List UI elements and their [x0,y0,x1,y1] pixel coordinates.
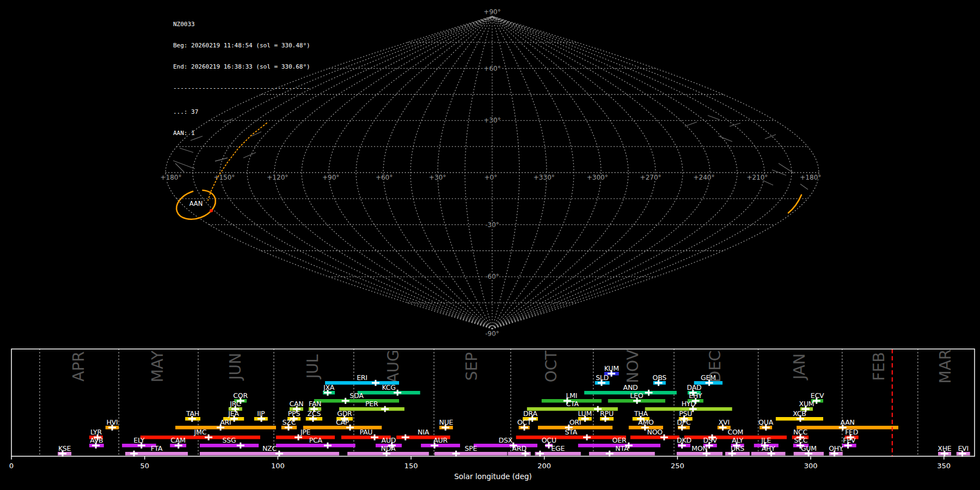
shower-label-KSE: KSE [58,444,71,452]
shower-label-SSG: SSG [223,436,236,444]
shower-label-AMO: AMO [638,418,654,426]
shower-label-AND: AND [623,383,638,391]
shower-label-STA: STA [565,428,578,436]
observation-end: End: 20260219 16:38:33 (sol = 330.68°) [173,63,310,70]
count-aan: AAN: 1 [173,130,310,137]
radiant-track [708,115,720,120]
longitude-label: +180° [161,174,182,181]
latitude-label: +60° [483,65,500,72]
shower-label-XVI: XVI [719,418,730,426]
month-label: JAN [791,353,808,381]
month-label: OCT [542,350,560,383]
shower-label-JMC: JMC [194,428,207,436]
latitude-label: +30° [483,117,500,124]
longitude-label: +300° [587,174,608,181]
shower-label-KCG: KCG [382,383,396,391]
shower-label-DPC: DPC [677,418,691,426]
latitude-label: +90° [483,8,500,16]
shower-label-DSX: DSX [499,436,513,444]
month-label: SEP [463,352,481,381]
shower-label-EGE: EGE [551,444,565,452]
radiant-track [685,122,697,126]
shower-label-DRA: DRA [523,409,537,418]
figure-canvas: +90°+60°+30°-30°-60°-90°+180°+150°+120°+… [0,0,980,490]
longitude-label: +150° [213,174,235,181]
shower-peak-cross-ERI [372,380,379,386]
aan-wrap-arc [788,195,801,213]
shower-bar-KCG [358,391,420,395]
observation-begin: Beg: 20260219 11:48:54 (sol = 330.48°) [173,42,310,49]
shower-peak-cross-SSG [237,443,244,449]
shower-label-XUM: XUM [799,400,814,408]
longitude-label: +120° [267,174,288,181]
shower-peak-cross-SDA [342,398,350,404]
shower-bar-SSG [200,444,259,448]
x-tick-label: 300 [804,462,818,470]
shower-bar-STA [516,436,626,439]
shower-label-GEM: GEM [701,373,716,382]
meteor-radiant-activity-figure: +90°+60°+30°-30°-60°-90°+180°+150°+120°+… [0,0,980,490]
grid-meridian [492,16,519,329]
shower-label-AHY: AHY [762,444,776,452]
month-label: JUN [226,353,244,381]
longitude-label: +90° [322,174,339,181]
shower-label-AUD: AUD [382,436,396,444]
shower-label-ELY: ELY [133,436,145,444]
shower-label-CTA: CTA [566,400,579,408]
shower-peak-cross-STA [583,434,591,440]
shower-label-DAD: DAD [687,383,702,391]
shower-peak-cross-AND [645,390,653,396]
month-label: FEB [870,352,888,381]
shower-label-PER: PER [365,400,378,408]
shower-bar-JMC [140,436,260,439]
shower-bar-SDA [314,399,399,403]
shower-label-SDA: SDA [350,391,364,400]
radiant-track [779,163,794,173]
latitude-label: -90° [485,330,499,338]
shower-label-FAN: FAN [309,400,321,408]
longitude-label: +30° [429,174,446,181]
shower-label-AUR: AUR [433,436,448,444]
shower-label-ECV: ECV [811,391,824,400]
radiant-track [719,136,732,142]
x-tick-label: 200 [537,462,551,470]
x-tick-label: 150 [405,462,418,470]
shower-label-CAP: CAP [336,418,350,426]
shower-label-NZC: NZC [262,444,277,452]
shower-bar-AUR [421,444,460,448]
shower-bar-NZC [200,452,339,456]
shower-label-OHY: OHY [829,444,843,452]
shower-label-NOO: NOO [647,428,663,436]
shower-label-NTA: NTA [615,444,629,452]
shower-bar-SPE [434,452,507,456]
x-tick-label: 350 [937,462,951,470]
shower-bar-MON [677,452,722,456]
month-label: MAR [936,350,954,384]
x-tick-label: 50 [140,462,149,470]
month-label: NOV [624,350,642,383]
aan-radiant-label: AAN [189,200,203,207]
shower-label-ARD: ARD [512,444,526,452]
shower-label-JXA: JXA [323,383,335,391]
activity-timeline-chart: APRMAYJUNJULAUGSEPOCTNOVDECJANFEBMARKUME… [9,349,975,481]
shower-label-ARI: ARI [220,418,231,426]
shower-label-MON: MON [691,444,707,452]
shower-bar-DSX [474,444,537,448]
shower-label-PCA: PCA [309,436,323,444]
shower-label-COM: COM [727,428,743,436]
month-label: APR [70,351,88,382]
shower-label-ALY: ALY [732,436,743,444]
month-label: JUL [304,354,322,379]
longitude-label: +0° [485,174,498,181]
radiant-track [800,184,808,189]
shower-label-LYR: LYR [90,428,102,436]
shower-bar-NTA [589,452,655,456]
x-tick-label: 250 [671,462,684,470]
shower-label-ORI: ORI [569,418,581,426]
shower-label-SPE: SPE [465,444,477,452]
shower-label-PSU: PSU [679,409,692,418]
radiant-track [215,158,228,161]
shower-label-NDA: NDA [381,444,396,452]
shower-label-RPU: RPU [600,409,614,418]
shower-peak-cross-PCA [324,443,332,449]
